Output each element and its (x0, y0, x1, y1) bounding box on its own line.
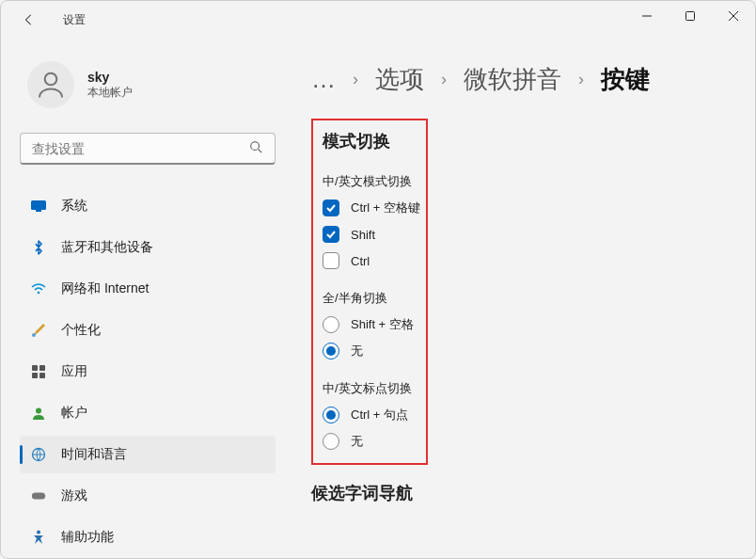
window-controls (625, 1, 755, 31)
settings-window: 设置 sky 本地帐户 (0, 0, 756, 559)
profile-block[interactable]: sky 本地帐户 (20, 39, 276, 127)
nav-label: 时间和语言 (61, 446, 127, 463)
nav-bluetooth[interactable]: 蓝牙和其他设备 (20, 229, 276, 266)
svg-rect-12 (39, 365, 45, 371)
right-pane: … › 选项 › 微软拼音 › 按键 模式切换 中/英文模式切换 Ctrl + … (291, 39, 755, 558)
radio-row[interactable]: Shift + 空格 (323, 316, 417, 333)
nav-label: 个性化 (61, 322, 101, 339)
svg-point-10 (32, 333, 36, 337)
nav-accessibility[interactable]: 辅助功能 (20, 519, 276, 556)
avatar (27, 61, 74, 108)
bluetooth-icon (31, 240, 46, 255)
option-label: Ctrl + 空格键 (351, 200, 420, 216)
user-name: sky (87, 70, 133, 85)
nav-personalization[interactable]: 个性化 (20, 311, 276, 349)
breadcrumb: … › 选项 › 微软拼音 › 按键 (311, 63, 736, 96)
accessibility-icon (31, 530, 46, 545)
group-label-cn-en-mode: 中/英文模式切换 (323, 173, 417, 190)
svg-point-4 (45, 73, 57, 86)
breadcrumb-ellipsis[interactable]: … (311, 65, 336, 94)
nav-label: 帐户 (61, 405, 87, 422)
nav-label: 游戏 (61, 487, 87, 504)
breadcrumb-item[interactable]: 选项 (375, 63, 424, 96)
radio[interactable] (323, 316, 339, 333)
gamepad-icon (31, 488, 46, 503)
maximize-button[interactable] (669, 1, 712, 31)
left-pane: sky 本地帐户 系统 蓝牙和其他设备 (1, 39, 291, 558)
section-title-mode-switch: 模式切换 (323, 130, 417, 152)
minimize-button[interactable] (625, 1, 669, 31)
radio-row[interactable]: 无 (323, 343, 417, 359)
globe-clock-icon (31, 447, 46, 462)
option-label: Ctrl (351, 254, 370, 268)
option-label: Shift (351, 228, 375, 242)
nav-label: 网络和 Internet (61, 280, 149, 297)
svg-point-15 (36, 408, 41, 414)
search-icon (249, 140, 262, 157)
checkbox-row[interactable]: Shift (323, 226, 417, 243)
svg-rect-13 (32, 373, 38, 378)
option-label: 无 (351, 343, 363, 359)
chevron-right-icon: › (353, 70, 358, 89)
highlighted-section: 模式切换 中/英文模式切换 Ctrl + 空格键 Shift Ctrl 全/半角… (311, 119, 428, 465)
radio[interactable] (323, 433, 339, 450)
svg-rect-11 (32, 365, 38, 371)
checkbox[interactable] (323, 200, 339, 216)
nav-accounts[interactable]: 帐户 (20, 394, 276, 432)
option-label: Shift + 空格 (351, 316, 414, 333)
content-area: sky 本地帐户 系统 蓝牙和其他设备 (1, 39, 755, 558)
wifi-icon (31, 281, 46, 296)
breadcrumb-current: 按键 (601, 63, 650, 96)
checkbox-row[interactable]: Ctrl + 空格键 (323, 200, 417, 216)
person-icon (31, 406, 46, 421)
svg-point-19 (37, 531, 40, 535)
window-title: 设置 (63, 12, 86, 28)
svg-rect-1 (686, 12, 695, 21)
brush-icon (31, 323, 46, 338)
checkbox[interactable] (323, 252, 339, 269)
nav-label: 应用 (61, 363, 87, 380)
apps-icon (31, 364, 46, 379)
svg-rect-18 (32, 492, 45, 499)
group-label-full-half: 全/半角切换 (323, 290, 417, 307)
nav-system[interactable]: 系统 (20, 187, 276, 225)
checkbox-row[interactable]: Ctrl (323, 252, 417, 269)
search-input[interactable] (20, 133, 276, 165)
svg-line-6 (259, 150, 262, 153)
close-button[interactable] (712, 1, 755, 31)
chevron-right-icon: › (578, 70, 584, 89)
back-button[interactable] (14, 5, 44, 35)
svg-rect-14 (39, 373, 45, 378)
svg-point-5 (251, 142, 260, 151)
svg-rect-7 (31, 200, 46, 210)
nav-label: 系统 (61, 198, 87, 215)
svg-point-9 (38, 292, 40, 295)
option-label: 无 (351, 433, 363, 450)
option-label: Ctrl + 句点 (351, 407, 408, 423)
search-wrap (20, 133, 276, 165)
nav-network[interactable]: 网络和 Internet (20, 270, 276, 308)
svg-rect-8 (36, 210, 41, 212)
checkbox[interactable] (323, 226, 339, 243)
breadcrumb-item[interactable]: 微软拼音 (464, 63, 561, 96)
nav-time-language[interactable]: 时间和语言 (20, 436, 276, 473)
nav-label: 辅助功能 (61, 529, 114, 546)
group-label-punct: 中/英文标点切换 (323, 380, 417, 397)
nav-apps[interactable]: 应用 (20, 353, 276, 391)
nav-list: 系统 蓝牙和其他设备 网络和 Internet 个性化 应用 (20, 187, 276, 558)
radio-row[interactable]: 无 (323, 433, 417, 450)
section-title-candidate: 候选字词导航 (311, 482, 736, 504)
nav-gaming[interactable]: 游戏 (20, 477, 276, 515)
profile-text: sky 本地帐户 (87, 70, 133, 101)
titlebar: 设置 (1, 1, 755, 39)
chevron-right-icon: › (441, 70, 447, 89)
display-icon (31, 199, 46, 214)
radio[interactable] (323, 407, 339, 423)
radio-row[interactable]: Ctrl + 句点 (323, 407, 417, 423)
radio[interactable] (323, 343, 339, 359)
nav-label: 蓝牙和其他设备 (61, 239, 153, 256)
user-account-type: 本地帐户 (87, 85, 133, 101)
